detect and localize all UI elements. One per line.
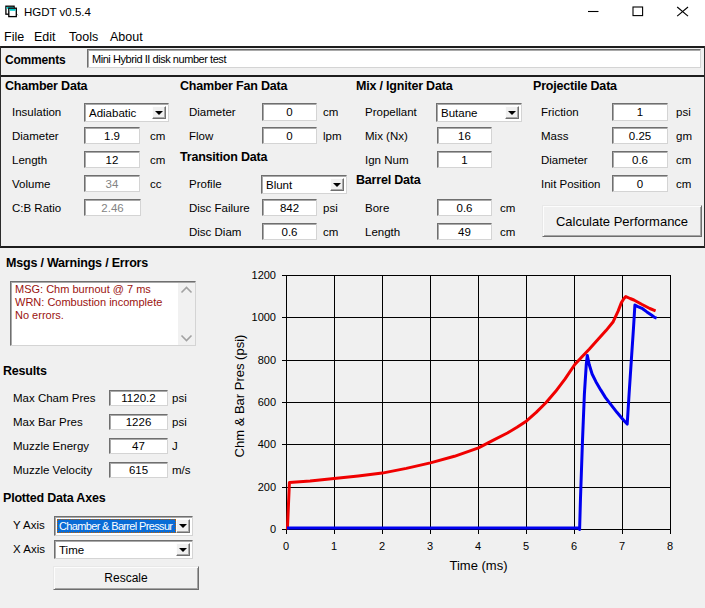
svg-text:2: 2 [379, 540, 385, 552]
svg-text:0: 0 [270, 523, 276, 535]
svg-text:6: 6 [571, 540, 577, 552]
svg-text:1200: 1200 [252, 269, 276, 281]
svg-text:5: 5 [523, 540, 529, 552]
svg-text:200: 200 [258, 481, 276, 493]
svg-text:1000: 1000 [252, 311, 276, 323]
svg-text:3: 3 [427, 540, 433, 552]
svg-text:400: 400 [258, 438, 276, 450]
svg-text:800: 800 [258, 354, 276, 366]
svg-text:Time (ms): Time (ms) [449, 558, 507, 573]
svg-text:4: 4 [475, 540, 481, 552]
svg-text:7: 7 [619, 540, 625, 552]
svg-text:600: 600 [258, 396, 276, 408]
svg-text:1: 1 [331, 540, 337, 552]
svg-text:0: 0 [283, 540, 289, 552]
svg-text:Chm & Bar Pres (psi): Chm & Bar Pres (psi) [232, 335, 247, 458]
svg-text:8: 8 [667, 540, 673, 552]
